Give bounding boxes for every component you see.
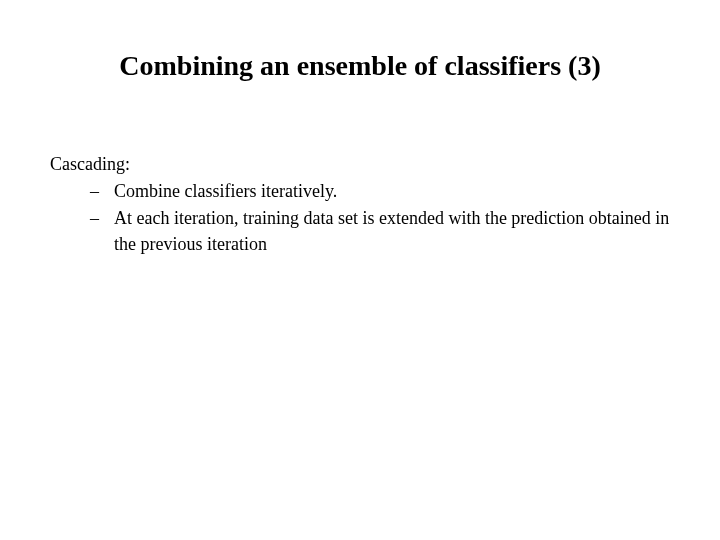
slide-title: Combining an ensemble of classifiers (3) [50,50,670,82]
slide-content: Cascading: Combine classifiers iterative… [50,152,670,257]
slide-container: Combining an ensemble of classifiers (3)… [0,0,720,540]
bullet-list: Combine classifiers iteratively. At each… [50,179,670,257]
list-item: At each iteration, training data set is … [90,206,670,256]
bullet-text: At each iteration, training data set is … [114,208,669,253]
section-heading: Cascading: [50,152,670,177]
bullet-text: Combine classifiers iteratively. [114,181,337,201]
list-item: Combine classifiers iteratively. [90,179,670,204]
